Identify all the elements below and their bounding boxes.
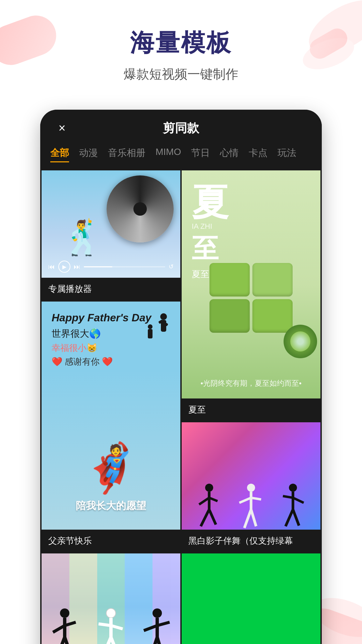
svg-point-21 bbox=[289, 484, 297, 492]
tab-anime[interactable]: 动漫 bbox=[79, 147, 98, 162]
svg-point-15 bbox=[247, 484, 255, 492]
tab-mood[interactable]: 心情 bbox=[220, 147, 239, 162]
svg-line-38 bbox=[111, 637, 119, 644]
svg-line-20 bbox=[251, 509, 256, 526]
svg-line-35 bbox=[99, 624, 111, 626]
svg-line-32 bbox=[65, 637, 71, 644]
tab-music-album[interactable]: 音乐相册 bbox=[108, 147, 145, 162]
app-header: × 剪同款 bbox=[40, 110, 322, 143]
svg-line-29 bbox=[53, 626, 65, 632]
father-line1: 世界很大🌎 bbox=[52, 327, 101, 340]
card-father[interactable]: Happy Father's Day 世界很大🌎 幸福很小😸 ❤️ 感谢有你 ❤… bbox=[42, 302, 180, 552]
dance-figure-1 bbox=[196, 483, 223, 530]
phone-mockup: × 剪同款 全部 动漫 音乐相册 MIMO 节日 心情 卡点 玩法 🕺 bbox=[40, 110, 322, 644]
tab-mimo[interactable]: MIMO bbox=[156, 147, 181, 162]
father-bottom: 陪我长大的愿望 bbox=[76, 499, 146, 513]
svg-point-27 bbox=[60, 608, 69, 618]
tab-holiday[interactable]: 节日 bbox=[191, 147, 210, 162]
father-silhouette bbox=[140, 312, 174, 350]
svg-line-44 bbox=[157, 637, 163, 644]
svg-line-18 bbox=[251, 498, 261, 499]
svg-line-41 bbox=[144, 626, 157, 631]
card-greenscreen[interactable] bbox=[182, 553, 320, 644]
bw-figure-2 bbox=[96, 607, 126, 644]
card-father-label: 父亲节快乐 bbox=[42, 530, 180, 552]
tab-all[interactable]: 全部 bbox=[50, 147, 69, 162]
svg-line-14 bbox=[209, 509, 216, 525]
card-blackwhite-dance[interactable]: 黑白影子舞（抠人像版） bbox=[42, 553, 180, 644]
bw-figure-1 bbox=[50, 607, 80, 644]
card-player-label: 专属播放器 bbox=[42, 278, 180, 300]
father-line3: ❤️ 感谢有你 ❤️ bbox=[52, 356, 113, 368]
svg-line-25 bbox=[286, 509, 293, 526]
svg-line-17 bbox=[239, 498, 251, 503]
sub-title: 爆款短视频一键制作 bbox=[0, 66, 362, 83]
tab-play[interactable]: 玩法 bbox=[278, 147, 296, 162]
svg-line-26 bbox=[293, 509, 299, 526]
svg-point-3 bbox=[160, 313, 167, 320]
father-line2: 幸福很小😸 bbox=[52, 342, 97, 354]
svg-point-33 bbox=[106, 608, 116, 618]
close-button[interactable]: × bbox=[54, 120, 70, 137]
main-title: 海量模板 bbox=[0, 27, 362, 59]
dance-figure-2 bbox=[238, 483, 264, 530]
category-tabs: 全部 动漫 音乐相册 MIMO 节日 心情 卡点 玩法 bbox=[40, 143, 322, 169]
card-dance[interactable]: 黑白影子伴舞（仅支持绿幕 bbox=[182, 422, 320, 552]
svg-rect-8 bbox=[148, 329, 153, 338]
svg-line-19 bbox=[244, 509, 251, 528]
svg-line-13 bbox=[201, 509, 209, 526]
dance-figure-3 bbox=[280, 483, 306, 530]
svg-line-24 bbox=[293, 498, 304, 503]
svg-point-7 bbox=[148, 324, 153, 329]
card-dance-label: 黑白影子伴舞（仅支持绿幕 bbox=[182, 530, 320, 552]
template-grid: 🕺 ⏮ ▶ ⏭ ↺ 专属播放器 bbox=[40, 169, 322, 644]
svg-line-11 bbox=[199, 498, 209, 504]
card-player[interactable]: 🕺 ⏮ ▶ ⏭ ↺ 专属播放器 bbox=[42, 170, 180, 300]
svg-line-23 bbox=[283, 496, 293, 498]
summer-footer-text: •光阴终究有期，夏至如约而至• bbox=[182, 378, 320, 388]
card-summer-label: 夏至 bbox=[182, 398, 320, 421]
svg-point-39 bbox=[153, 608, 162, 618]
svg-line-42 bbox=[157, 622, 170, 626]
svg-point-9 bbox=[205, 484, 213, 492]
tab-beat[interactable]: 卡点 bbox=[249, 147, 267, 162]
father-title: Happy Father's Day bbox=[52, 312, 151, 324]
card-summer[interactable]: 夏 IA ZHI 至 夏至 •光阴终究有期，夏至如约而至• 夏至 bbox=[182, 170, 320, 421]
bw-figure-3 bbox=[142, 607, 172, 644]
svg-line-36 bbox=[111, 626, 123, 629]
header-section: 海量模板 爆款短视频一键制作 bbox=[0, 0, 362, 96]
app-title: 剪同款 bbox=[70, 120, 292, 137]
